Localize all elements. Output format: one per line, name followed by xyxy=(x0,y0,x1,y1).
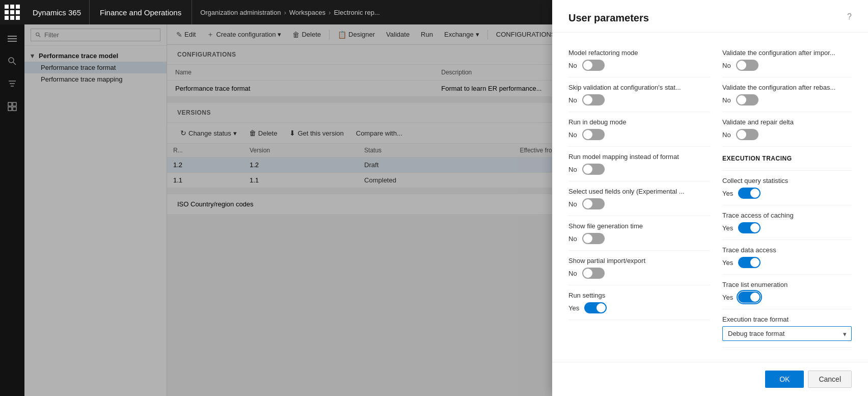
param-repair-delta-value: No xyxy=(722,131,731,139)
param-repair-delta: Validate and repair delta No xyxy=(722,112,852,147)
param-file-gen-time-control: No xyxy=(568,233,710,244)
param-skip-validation-value: No xyxy=(568,96,577,104)
param-trace-caching: Trace access of caching Yes xyxy=(722,205,852,240)
param-file-gen-time-label: Show file generation time xyxy=(568,222,710,230)
fno-label: Finance and Operations xyxy=(90,0,192,24)
breadcrumb-sep-1: › xyxy=(284,9,286,16)
param-run-settings-value: Yes xyxy=(568,304,579,312)
user-parameters-modal: User parameters ? Model refactoring mode… xyxy=(552,0,868,396)
params-grid: Model refactoring mode No Skip validatio… xyxy=(568,43,852,348)
apps-menu-button[interactable] xyxy=(0,0,24,24)
d365-label: Dynamics 365 xyxy=(24,0,90,24)
toggle-model-mapping[interactable] xyxy=(582,164,605,175)
param-debug-mode: Run in debug mode No xyxy=(568,112,710,147)
param-query-stats-label: Collect query statistics xyxy=(722,177,852,184)
param-model-mapping-value: No xyxy=(568,166,577,173)
param-file-gen-time-value: No xyxy=(568,235,577,243)
param-validate-import-label: Validate the configuration after impor..… xyxy=(722,49,852,57)
exec-trace-format-select[interactable]: Debug trace format Other format xyxy=(722,326,852,341)
modal-header: User parameters ? xyxy=(552,0,868,33)
param-partial-import-label: Show partial import/export xyxy=(568,257,710,265)
param-repair-delta-control: No xyxy=(722,129,852,140)
param-partial-import-value: No xyxy=(568,270,577,277)
breadcrumb: Organization administration › Workspaces… xyxy=(192,9,388,16)
modal-title: User parameters xyxy=(568,12,649,24)
ok-button[interactable]: OK xyxy=(765,371,804,388)
param-partial-import-control: No xyxy=(568,268,710,279)
toggle-repair-delta[interactable] xyxy=(736,129,758,140)
param-run-settings: Run settings Yes xyxy=(568,285,710,320)
param-validate-import-control: No xyxy=(722,60,852,71)
toggle-trace-list[interactable] xyxy=(738,292,761,303)
execution-tracing-heading: EXECUTION TRACING xyxy=(722,153,852,164)
modal-body: Model refactoring mode No Skip validatio… xyxy=(552,33,868,362)
param-trace-data-control: Yes xyxy=(722,257,852,268)
toggle-validate-import[interactable] xyxy=(736,60,758,71)
param-exec-trace-format-label: Execution trace format xyxy=(722,315,852,323)
param-validate-rebase-control: No xyxy=(722,94,852,105)
param-run-settings-label: Run settings xyxy=(568,292,710,299)
param-debug-mode-control: No xyxy=(568,129,710,140)
param-validate-rebase: Validate the configuration after rebas..… xyxy=(722,77,852,112)
param-model-mapping-label: Run model mapping instead of format xyxy=(568,153,710,161)
param-trace-list-control: Yes xyxy=(722,292,852,303)
param-trace-list: Trace list enumeration Yes xyxy=(722,275,852,309)
exec-trace-format-dropdown-wrapper: Debug trace format Other format xyxy=(722,326,852,341)
param-trace-data-value: Yes xyxy=(722,259,733,267)
toggle-select-fields[interactable] xyxy=(582,198,605,209)
toggle-validate-rebase[interactable] xyxy=(736,94,758,105)
param-debug-mode-value: No xyxy=(568,131,577,139)
execution-tracing-heading-row: EXECUTION TRACING xyxy=(722,147,852,171)
param-model-mapping: Run model mapping instead of format No xyxy=(568,147,710,181)
param-validate-import-value: No xyxy=(722,62,731,69)
breadcrumb-sep-2: › xyxy=(329,9,331,16)
param-trace-caching-label: Trace access of caching xyxy=(722,212,852,219)
param-skip-validation-control: No xyxy=(568,94,710,105)
toggle-query-stats[interactable] xyxy=(738,188,761,199)
toggle-trace-caching[interactable] xyxy=(738,222,761,233)
param-select-fields-value: No xyxy=(568,200,577,208)
modal-help-icon[interactable]: ? xyxy=(847,12,852,21)
params-right-col: Validate the configuration after impor..… xyxy=(710,43,852,348)
param-query-stats: Collect query statistics Yes xyxy=(722,171,852,205)
param-validate-rebase-label: Validate the configuration after rebas..… xyxy=(722,84,852,91)
toggle-trace-data[interactable] xyxy=(738,257,761,268)
param-exec-trace-format: Execution trace format Debug trace forma… xyxy=(722,309,852,348)
cancel-button[interactable]: Cancel xyxy=(808,371,852,388)
param-validate-rebase-value: No xyxy=(722,96,731,104)
param-validate-import: Validate the configuration after impor..… xyxy=(722,43,852,77)
param-query-stats-control: Yes xyxy=(722,188,852,199)
param-trace-list-label: Trace list enumeration xyxy=(722,281,852,288)
param-partial-import: Show partial import/export No xyxy=(568,251,710,285)
param-model-refactoring-label: Model refactoring mode xyxy=(568,49,710,57)
param-debug-mode-label: Run in debug mode xyxy=(568,118,710,126)
param-model-mapping-control: No xyxy=(568,164,710,175)
breadcrumb-org[interactable]: Organization administration xyxy=(200,9,281,16)
toggle-model-refactoring[interactable] xyxy=(582,60,605,71)
param-trace-data: Trace data access Yes xyxy=(722,240,852,275)
param-select-fields-label: Select used fields only (Experimental ..… xyxy=(568,188,710,195)
param-file-gen-time: Show file generation time No xyxy=(568,216,710,251)
toggle-partial-import[interactable] xyxy=(582,268,605,279)
param-model-refactoring: Model refactoring mode No xyxy=(568,43,710,77)
param-model-refactoring-value: No xyxy=(568,62,577,69)
param-select-fields: Select used fields only (Experimental ..… xyxy=(568,181,710,216)
param-trace-list-value: Yes xyxy=(722,294,733,301)
param-trace-caching-value: Yes xyxy=(722,224,733,232)
param-repair-delta-label: Validate and repair delta xyxy=(722,118,852,126)
toggle-run-settings[interactable] xyxy=(584,302,607,313)
breadcrumb-workspaces[interactable]: Workspaces xyxy=(289,9,326,16)
param-run-settings-control: Yes xyxy=(568,302,710,313)
toggle-skip-validation[interactable] xyxy=(582,94,605,105)
param-model-refactoring-control: No xyxy=(568,60,710,71)
param-skip-validation: Skip validation at configuration's stat.… xyxy=(568,77,710,112)
toggle-file-gen-time[interactable] xyxy=(582,233,605,244)
param-skip-validation-label: Skip validation at configuration's stat.… xyxy=(568,84,710,91)
toggle-debug-mode[interactable] xyxy=(582,129,605,140)
param-trace-data-label: Trace data access xyxy=(722,246,852,254)
param-select-fields-control: No xyxy=(568,198,710,209)
param-query-stats-value: Yes xyxy=(722,190,733,197)
modal-footer: OK Cancel xyxy=(552,362,868,396)
breadcrumb-er[interactable]: Electronic rep... xyxy=(334,9,379,16)
params-left-col: Model refactoring mode No Skip validatio… xyxy=(568,43,710,348)
